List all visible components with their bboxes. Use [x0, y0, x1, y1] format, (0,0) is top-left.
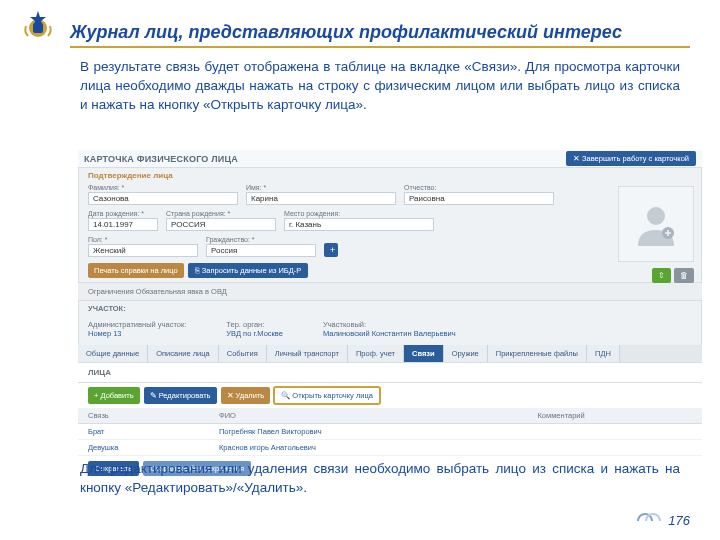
participok-title: УЧАСТОК:: [88, 304, 126, 313]
tab-5[interactable]: Связи: [404, 345, 444, 362]
table-header: ФИО: [209, 408, 528, 424]
input-sex[interactable]: [88, 244, 198, 257]
table-row[interactable]: БратПогребняк Павел Викторович: [78, 424, 702, 440]
card-subhead: Подтверждение лица: [78, 168, 702, 183]
page-title: Журнал лиц, представляющих профилактичес…: [70, 22, 690, 48]
app-card-screenshot: КАРТОЧКА ФИЗИЧЕСКОГО ЛИЦА ✕ Завершить ра…: [78, 150, 702, 450]
intro-paragraph: В результате связь будет отображена в та…: [80, 58, 680, 115]
persons-table: СвязьФИОКомментарийБратПогребняк Павел В…: [78, 408, 702, 456]
persons-section-title: ЛИЦА: [78, 362, 702, 383]
table-header: Комментарий: [528, 408, 703, 424]
avatar-delete-button[interactable]: 🗑: [674, 268, 694, 283]
label-sex: Пол: *: [88, 236, 198, 243]
label-place: Место рождения:: [284, 210, 434, 217]
participok-row: Административный участок:Номер 13 Тер. о…: [78, 316, 702, 342]
svg-point-2: [647, 207, 665, 225]
table-row[interactable]: ДевушкаКраснов игорь Анатольевич: [78, 440, 702, 456]
card-title: КАРТОЧКА ФИЗИЧЕСКОГО ЛИЦА: [84, 154, 238, 164]
input-patr[interactable]: [404, 192, 554, 205]
avatar-placeholder: [618, 186, 694, 262]
label-country: Страна рождения: *: [166, 210, 276, 217]
label-citizen: Гражданство: *: [206, 236, 316, 243]
avatar-upload-button[interactable]: ⇧: [652, 268, 671, 283]
mvd-emblem-icon: [20, 8, 56, 48]
tab-1[interactable]: Описание лица: [148, 345, 219, 362]
avatar-icon: [632, 200, 680, 248]
label-dob: Дата рождения: *: [88, 210, 158, 217]
input-citizen[interactable]: [206, 244, 316, 257]
tab-6[interactable]: Оружие: [444, 345, 488, 362]
request-ibd-button[interactable]: ⎘ Запросить данные из ИБД-Р: [188, 263, 309, 278]
input-fam[interactable]: [88, 192, 238, 205]
delete-person-button[interactable]: ✕ Удалить: [221, 387, 271, 404]
label-name: Имя: *: [246, 184, 396, 191]
open-person-card-button[interactable]: 🔍 Открыть карточку лица: [274, 387, 380, 404]
svg-rect-1: [33, 23, 43, 33]
outro-paragraph: Для редактирования или удаления связи не…: [80, 460, 680, 498]
input-place[interactable]: [284, 218, 434, 231]
tab-4[interactable]: Проф. учет: [348, 345, 404, 362]
tab-7[interactable]: Прикрепленные файлы: [488, 345, 587, 362]
label-patr: Отчество:: [404, 184, 554, 191]
tab-8[interactable]: ПДН: [587, 345, 620, 362]
restrictions-bar: Ограничения Обязательная явка в ОВД: [78, 282, 702, 301]
tab-3[interactable]: Личный транспорт: [267, 345, 348, 362]
print-reference-button[interactable]: Печать справки на лицо: [88, 263, 184, 278]
tab-2[interactable]: События: [219, 345, 267, 362]
page-number: 176: [668, 513, 690, 528]
table-header: Связь: [78, 408, 209, 424]
add-citizenship-button[interactable]: +: [324, 243, 338, 257]
input-name[interactable]: [246, 192, 396, 205]
close-card-button[interactable]: ✕ Завершить работу с карточкой: [566, 151, 696, 166]
input-dob[interactable]: [88, 218, 158, 231]
tab-0[interactable]: Общие данные: [78, 345, 148, 362]
edit-person-button[interactable]: ✎ Редактировать: [144, 387, 217, 404]
tab-strip: Общие данныеОписание лицаСобытияЛичный т…: [78, 345, 702, 362]
input-country[interactable]: [166, 218, 276, 231]
add-person-button[interactable]: + Добавить: [88, 387, 140, 404]
page-decoration-icon: [636, 512, 666, 530]
label-fam: Фамилия: *: [88, 184, 238, 191]
